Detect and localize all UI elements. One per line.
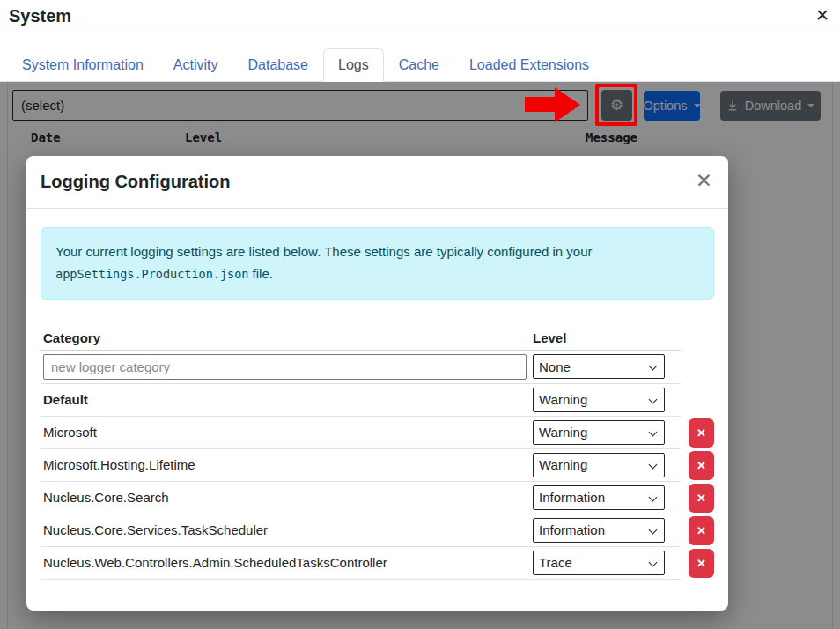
- logger-category-label: Nucleus.Web.Controllers.Admin.ScheduledT…: [43, 555, 533, 570]
- tab-system-information[interactable]: System Information: [7, 48, 158, 82]
- logger-level-select[interactable]: Warning: [533, 453, 665, 477]
- annotation-arrow-icon: [525, 86, 581, 123]
- logger-category-label: Default: [43, 392, 533, 407]
- config-file-code: appSettings.Production.json: [55, 267, 248, 281]
- tab-activity[interactable]: Activity: [158, 48, 233, 82]
- logger-category-label: Microsoft: [43, 425, 533, 440]
- logger-category-label: Microsoft.Hosting.Lifetime: [43, 457, 533, 472]
- system-window: System ✕ System Information Activity Dat…: [0, 0, 840, 629]
- logger-table-header: Category Level: [41, 326, 714, 351]
- modal-close-icon[interactable]: ✕: [696, 168, 712, 193]
- logger-row: Nucleus.Core.Search Information ✕: [41, 482, 714, 514]
- new-logger-category-input[interactable]: [43, 354, 527, 380]
- info-alert-line2: appSettings.Production.json file.: [55, 263, 699, 285]
- window-close-icon[interactable]: ✕: [815, 5, 829, 26]
- logger-category-label: Nucleus.Core.Search: [43, 490, 533, 505]
- logger-row: Microsoft Warning ✕: [41, 417, 714, 449]
- info-alert-line1: Your current logging settings are listed…: [55, 241, 699, 263]
- tab-loaded-extensions[interactable]: Loaded Extensions: [454, 48, 604, 82]
- logger-category-label: Nucleus.Core.Services.TaskScheduler: [43, 522, 533, 537]
- logger-level-select[interactable]: Warning: [533, 388, 665, 412]
- new-logger-row: None: [41, 351, 714, 384]
- tab-list: System Information Activity Database Log…: [0, 33, 840, 82]
- logging-configuration-modal: Logging Configuration ✕ Your current log…: [26, 156, 728, 610]
- delete-logger-button[interactable]: ✕: [689, 418, 714, 448]
- modal-title: Logging Configuration: [41, 172, 231, 192]
- logger-table: Category Level None: [41, 326, 714, 580]
- delete-logger-button[interactable]: ✕: [689, 516, 714, 545]
- tab-database[interactable]: Database: [233, 48, 324, 82]
- category-column-header: Category: [43, 330, 533, 345]
- close-icon: ✕: [696, 492, 706, 505]
- logger-level-select[interactable]: Information: [533, 518, 665, 543]
- tab-bar: System Information Activity Database Log…: [0, 33, 840, 82]
- tab-cache[interactable]: Cache: [384, 48, 454, 82]
- annotation-highlight-rect: [595, 84, 637, 126]
- logger-row: Microsoft.Hosting.Lifetime Warning ✕: [41, 449, 714, 482]
- close-icon: ✕: [696, 557, 706, 570]
- level-column-header: Level: [533, 330, 681, 345]
- logger-level-select[interactable]: Warning: [533, 420, 665, 445]
- delete-logger-button[interactable]: ✕: [689, 549, 714, 578]
- close-icon: ✕: [696, 459, 706, 472]
- close-icon: ✕: [696, 524, 706, 537]
- modal-header: Logging Configuration ✕: [26, 156, 728, 209]
- window-title: System: [0, 6, 71, 26]
- close-icon: ✕: [696, 426, 706, 440]
- info-alert: Your current logging settings are listed…: [41, 227, 714, 300]
- logger-row: Nucleus.Core.Services.TaskScheduler Info…: [41, 514, 714, 547]
- logger-level-select[interactable]: Information: [533, 485, 665, 510]
- new-logger-level-select[interactable]: None: [533, 354, 665, 379]
- window-titlebar: System ✕: [0, 0, 840, 33]
- logger-row-default: Default Warning: [41, 384, 714, 417]
- delete-logger-button[interactable]: ✕: [689, 451, 714, 480]
- logger-row: Nucleus.Web.Controllers.Admin.ScheduledT…: [41, 547, 714, 580]
- tab-logs[interactable]: Logs: [323, 48, 384, 82]
- modal-body: Your current logging settings are listed…: [26, 209, 728, 580]
- delete-logger-button[interactable]: ✕: [689, 484, 714, 513]
- logger-level-select[interactable]: Trace: [533, 551, 665, 575]
